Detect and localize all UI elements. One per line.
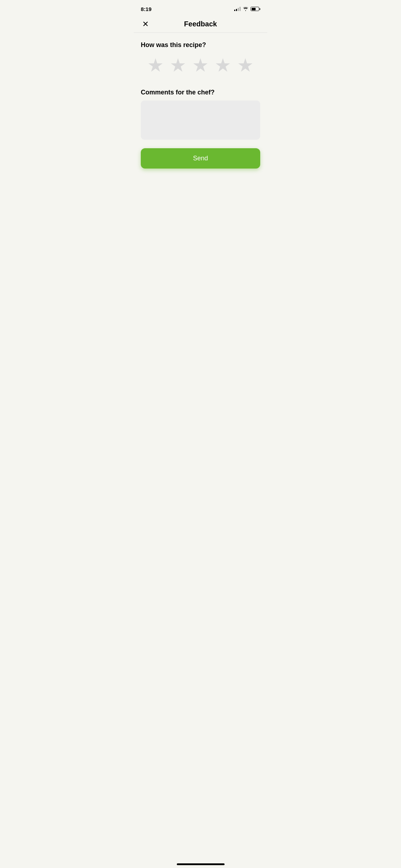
comments-input[interactable]: [141, 100, 260, 140]
status-icons: [234, 7, 260, 11]
wifi-icon: [243, 7, 248, 11]
status-time: 8:19: [141, 6, 151, 12]
star-5[interactable]: ★: [237, 56, 254, 74]
star-3[interactable]: ★: [192, 56, 209, 74]
close-icon: ✕: [142, 20, 149, 28]
battery-icon: [251, 7, 260, 11]
page-title: Feedback: [184, 20, 217, 28]
nav-bar: ✕ Feedback: [134, 16, 267, 33]
status-bar: 8:19: [134, 0, 267, 16]
close-button[interactable]: ✕: [141, 19, 150, 30]
send-button[interactable]: Send: [141, 148, 260, 169]
star-2[interactable]: ★: [170, 56, 186, 74]
comments-label: Comments for the chef?: [141, 89, 260, 96]
rating-question: How was this recipe?: [141, 41, 260, 49]
star-4[interactable]: ★: [215, 56, 231, 74]
feedback-content: How was this recipe? ★ ★ ★ ★ ★ Comments …: [134, 33, 267, 177]
star-1[interactable]: ★: [147, 56, 164, 74]
star-rating[interactable]: ★ ★ ★ ★ ★: [141, 56, 260, 74]
signal-icon: [234, 7, 241, 11]
